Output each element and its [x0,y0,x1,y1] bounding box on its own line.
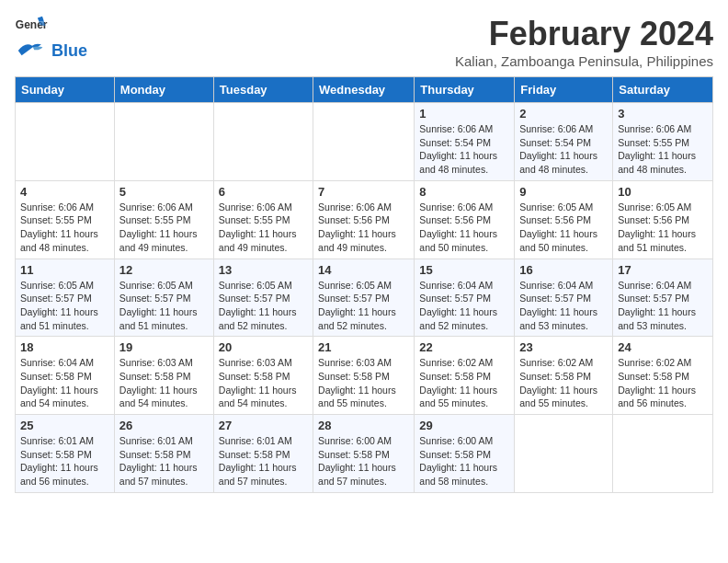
day-number: 8 [419,185,509,199]
calendar-cell: 25Sunrise: 6:01 AM Sunset: 5:58 PM Dayli… [16,415,115,493]
day-info: Sunrise: 6:05 AM Sunset: 5:57 PM Dayligh… [318,279,409,333]
day-number: 6 [219,185,308,199]
calendar-cell: 7Sunrise: 6:06 AM Sunset: 5:56 PM Daylig… [313,180,415,259]
day-number: 15 [419,263,509,277]
day-number: 27 [219,419,308,432]
day-number: 26 [119,419,209,432]
day-info: Sunrise: 6:05 AM Sunset: 5:56 PM Dayligh… [618,201,708,255]
column-header-wednesday: Wednesday [313,77,415,103]
day-number: 17 [618,263,708,277]
calendar-week-row: 18Sunrise: 6:04 AM Sunset: 5:58 PM Dayli… [16,337,713,415]
day-info: Sunrise: 6:00 AM Sunset: 5:58 PM Dayligh… [318,434,409,488]
calendar-cell: 23Sunrise: 6:02 AM Sunset: 5:58 PM Dayli… [515,337,613,415]
day-info: Sunrise: 6:04 AM Sunset: 5:58 PM Dayligh… [20,356,109,410]
calendar-cell: 4Sunrise: 6:06 AM Sunset: 5:55 PM Daylig… [16,180,115,259]
column-header-monday: Monday [114,77,213,103]
calendar-cell: 21Sunrise: 6:03 AM Sunset: 5:58 PM Dayli… [313,337,415,415]
day-info: Sunrise: 6:06 AM Sunset: 5:54 PM Dayligh… [519,122,608,177]
day-info: Sunrise: 6:02 AM Sunset: 5:58 PM Dayligh… [519,356,608,410]
day-number: 7 [318,185,409,199]
day-number: 20 [219,340,308,354]
day-info: Sunrise: 6:01 AM Sunset: 5:58 PM Dayligh… [119,434,209,488]
calendar-cell [16,103,115,181]
day-info: Sunrise: 6:06 AM Sunset: 5:55 PM Dayligh… [20,201,109,255]
calendar-cell [213,103,313,181]
calendar-cell: 26Sunrise: 6:01 AM Sunset: 5:58 PM Dayli… [114,415,213,493]
calendar-cell: 20Sunrise: 6:03 AM Sunset: 5:58 PM Dayli… [213,337,313,415]
calendar-week-row: 11Sunrise: 6:05 AM Sunset: 5:57 PM Dayli… [16,259,713,337]
title-block: February 2024 Kalian, Zamboanga Peninsul… [455,15,713,69]
day-info: Sunrise: 6:05 AM Sunset: 5:57 PM Dayligh… [20,279,109,333]
calendar-cell [613,415,713,493]
day-number: 5 [119,185,209,199]
day-info: Sunrise: 6:00 AM Sunset: 5:58 PM Dayligh… [419,434,509,488]
day-info: Sunrise: 6:01 AM Sunset: 5:58 PM Dayligh… [219,434,308,488]
calendar-cell: 14Sunrise: 6:05 AM Sunset: 5:57 PM Dayli… [313,259,415,337]
logo: General Blue [15,15,87,63]
day-info: Sunrise: 6:06 AM Sunset: 5:54 PM Dayligh… [419,122,509,177]
day-number: 25 [20,419,109,432]
main-title: February 2024 [455,15,713,53]
day-info: Sunrise: 6:05 AM Sunset: 5:57 PM Dayligh… [219,279,308,333]
day-info: Sunrise: 6:03 AM Sunset: 5:58 PM Dayligh… [119,356,209,410]
day-number: 10 [618,185,708,199]
calendar-cell: 27Sunrise: 6:01 AM Sunset: 5:58 PM Dayli… [213,415,313,493]
day-number: 28 [318,419,409,432]
column-header-friday: Friday [515,77,613,103]
day-info: Sunrise: 6:04 AM Sunset: 5:57 PM Dayligh… [618,279,708,333]
calendar-cell: 13Sunrise: 6:05 AM Sunset: 5:57 PM Dayli… [213,259,313,337]
day-number: 18 [20,340,109,354]
day-number: 13 [219,263,308,277]
day-number: 11 [20,263,109,277]
day-number: 21 [318,340,409,354]
calendar-cell: 29Sunrise: 6:00 AM Sunset: 5:58 PM Dayli… [415,415,515,493]
day-number: 19 [119,340,209,354]
calendar-cell: 17Sunrise: 6:04 AM Sunset: 5:57 PM Dayli… [613,259,713,337]
day-number: 23 [519,340,608,354]
calendar-cell: 6Sunrise: 6:06 AM Sunset: 5:55 PM Daylig… [213,180,313,259]
day-info: Sunrise: 6:02 AM Sunset: 5:58 PM Dayligh… [618,356,708,410]
calendar-week-row: 25Sunrise: 6:01 AM Sunset: 5:58 PM Dayli… [16,415,713,493]
day-number: 1 [419,107,509,121]
calendar-cell: 28Sunrise: 6:00 AM Sunset: 5:58 PM Dayli… [313,415,415,493]
calendar-cell: 12Sunrise: 6:05 AM Sunset: 5:57 PM Dayli… [114,259,213,337]
calendar-cell: 5Sunrise: 6:06 AM Sunset: 5:55 PM Daylig… [114,180,213,259]
calendar-cell: 8Sunrise: 6:06 AM Sunset: 5:56 PM Daylig… [415,180,515,259]
day-number: 4 [20,185,109,199]
day-number: 16 [519,263,608,277]
logo-bird-icon [15,39,50,63]
day-info: Sunrise: 6:06 AM Sunset: 5:55 PM Dayligh… [618,122,708,177]
calendar-table: SundayMondayTuesdayWednesdayThursdayFrid… [15,76,713,493]
column-header-sunday: Sunday [16,77,115,103]
calendar-cell: 19Sunrise: 6:03 AM Sunset: 5:58 PM Dayli… [114,337,213,415]
column-header-tuesday: Tuesday [213,77,313,103]
column-header-saturday: Saturday [613,77,713,103]
calendar-cell: 10Sunrise: 6:05 AM Sunset: 5:56 PM Dayli… [613,180,713,259]
day-number: 12 [119,263,209,277]
day-info: Sunrise: 6:04 AM Sunset: 5:57 PM Dayligh… [419,279,509,333]
day-number: 3 [618,107,708,121]
column-header-thursday: Thursday [415,77,515,103]
calendar-cell [515,415,613,493]
calendar-cell: 9Sunrise: 6:05 AM Sunset: 5:56 PM Daylig… [515,180,613,259]
day-info: Sunrise: 6:05 AM Sunset: 5:56 PM Dayligh… [519,201,608,255]
day-number: 29 [419,419,509,432]
calendar-cell: 15Sunrise: 6:04 AM Sunset: 5:57 PM Dayli… [415,259,515,337]
logo-text: Blue [51,41,87,61]
calendar-cell [114,103,213,181]
day-info: Sunrise: 6:06 AM Sunset: 5:55 PM Dayligh… [219,201,308,255]
day-number: 9 [519,185,608,199]
day-info: Sunrise: 6:01 AM Sunset: 5:58 PM Dayligh… [20,434,109,488]
calendar-week-row: 4Sunrise: 6:06 AM Sunset: 5:55 PM Daylig… [16,180,713,259]
day-number: 2 [519,107,608,121]
calendar-cell: 18Sunrise: 6:04 AM Sunset: 5:58 PM Dayli… [16,337,115,415]
day-info: Sunrise: 6:06 AM Sunset: 5:56 PM Dayligh… [419,201,509,255]
day-number: 24 [618,340,708,354]
calendar-cell: 11Sunrise: 6:05 AM Sunset: 5:57 PM Dayli… [16,259,115,337]
calendar-cell: 24Sunrise: 6:02 AM Sunset: 5:58 PM Dayli… [613,337,713,415]
calendar-cell: 2Sunrise: 6:06 AM Sunset: 5:54 PM Daylig… [515,103,613,181]
day-info: Sunrise: 6:05 AM Sunset: 5:57 PM Dayligh… [119,279,209,333]
calendar-header-row: SundayMondayTuesdayWednesdayThursdayFrid… [16,77,713,103]
calendar-cell [313,103,415,181]
subtitle: Kalian, Zamboanga Peninsula, Philippines [455,53,713,69]
